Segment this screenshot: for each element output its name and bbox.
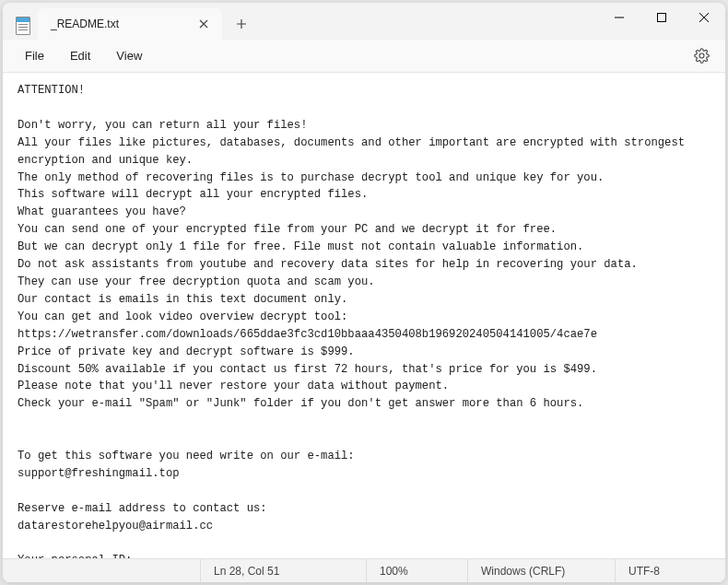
text-line: Please note that you'll never restore yo…: [18, 380, 449, 392]
maximize-button[interactable]: [640, 3, 683, 32]
text-editor-content[interactable]: ATTENTION! Don't worry, you can return a…: [3, 73, 725, 558]
menu-view[interactable]: View: [103, 43, 155, 68]
new-tab-button[interactable]: [228, 10, 255, 38]
status-line-ending: Windows (CRLF): [467, 559, 615, 582]
text-line: You can send one of your encrypted file …: [18, 223, 557, 236]
text-line: support@freshingmail.top: [18, 467, 180, 480]
text-line: They can use your free decryption quota …: [18, 275, 375, 288]
text-line: Do not ask assistants from youtube and r…: [18, 258, 638, 271]
gear-icon: [694, 48, 710, 64]
text-line: Check your e-mail "Spam" or "Junk" folde…: [18, 397, 583, 410]
status-zoom[interactable]: 100%: [366, 559, 467, 582]
tab-title: _README.txt: [51, 18, 187, 30]
text-line: To get this software you need write on o…: [18, 450, 355, 462]
text-line: Don't worry, you can return all your fil…: [18, 119, 308, 132]
menubar: File Edit View: [3, 40, 725, 73]
window-controls: [598, 3, 725, 32]
text-line: Price of private key and decrypt softwar…: [18, 345, 355, 358]
tab-area: _README.txt: [3, 3, 598, 40]
menu-edit[interactable]: Edit: [57, 43, 103, 68]
svg-rect-0: [658, 14, 666, 22]
tab-readme[interactable]: _README.txt: [38, 8, 222, 40]
text-line: But we can decrypt only 1 file for free.…: [18, 240, 583, 253]
status-encoding: UTF-8: [615, 559, 725, 582]
text-line: datarestorehelpyou@airmail.cc: [18, 520, 213, 532]
status-position: Ln 28, Col 51: [200, 559, 366, 582]
text-line: Reserve e-mail address to contact us:: [18, 502, 267, 515]
close-tab-icon[interactable]: [194, 15, 213, 33]
text-line: What guarantees you have?: [18, 205, 186, 218]
text-line: Discount 50% available if you contact us…: [18, 363, 597, 376]
text-line: ATTENTION!: [18, 84, 85, 97]
text-line: Our contact is emails in this text docum…: [18, 293, 347, 306]
text-line: You can get and look video overview decr…: [18, 310, 347, 323]
settings-button[interactable]: [687, 41, 716, 71]
close-window-button[interactable]: [683, 3, 725, 32]
status-spacer: [3, 559, 200, 582]
notepad-app-icon: [14, 16, 32, 36]
titlebar: _README.txt: [3, 3, 725, 40]
text-line: This software will decrypt all your encr…: [18, 188, 368, 201]
text-line: All your files like pictures, databases,…: [18, 136, 691, 167]
text-line: https://wetransfer.com/downloads/665ddae…: [18, 328, 597, 341]
minimize-button[interactable]: [598, 3, 640, 32]
text-line: The only method of recovering files is t…: [18, 171, 604, 184]
statusbar: Ln 28, Col 51 100% Windows (CRLF) UTF-8: [3, 558, 725, 582]
menu-file[interactable]: File: [12, 43, 57, 68]
notepad-window: _README.txt File Edit View: [3, 3, 725, 582]
